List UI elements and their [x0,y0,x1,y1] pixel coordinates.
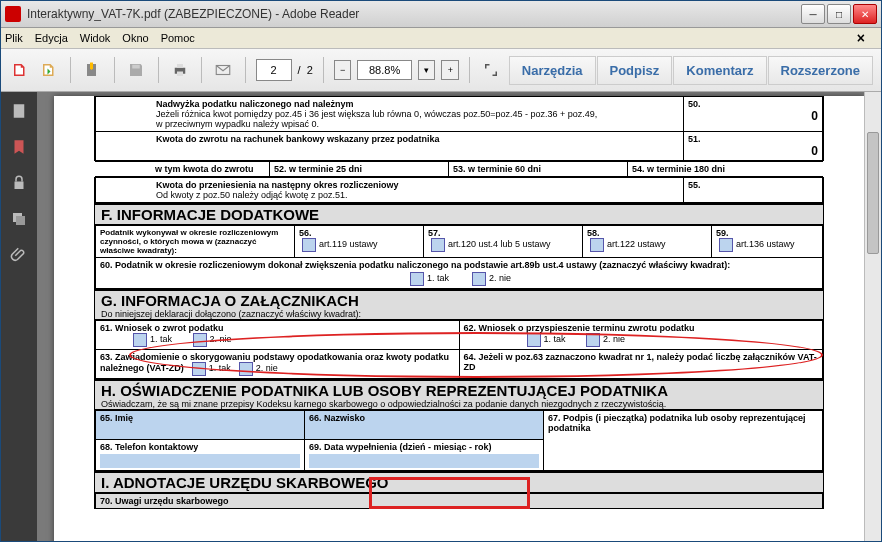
menu-view[interactable]: Widok [80,32,111,44]
e50-num: 50. [688,99,701,109]
g62-yes: 1. tak [544,334,566,344]
titlebar: Interaktywny_VAT-7K.pdf (ZABEZPIECZONE) … [1,1,881,28]
menubar: Plik Edycja Widok Okno Pomoc × [1,28,881,49]
f56-checkbox[interactable] [302,238,316,252]
f60-yes-checkbox[interactable] [410,272,424,286]
section-h-title: H. OŚWIADCZENIE PODATNIKA LUB OSOBY REPR… [94,379,824,410]
sidebar [1,92,37,541]
h67-label: 67. Podpis (i pieczątka) podatnika lub o… [548,413,806,433]
pdf-page: Nadwyżka podatku naliczonego nad należny… [54,96,864,541]
f60-yes: 1. tak [427,273,449,283]
save-icon[interactable] [125,57,148,83]
h66-label: 66. Nazwisko [309,413,365,423]
section-e-table: Nadwyżka podatku naliczonego nad należny… [94,96,824,203]
scrollbar-thumb[interactable] [867,132,879,254]
section-f-table: Podatnik wykonywał w okresie rozliczenio… [94,225,824,289]
window: Interaktywny_VAT-7K.pdf (ZABEZPIECZONE) … [0,0,882,542]
create-pdf-icon[interactable] [81,57,104,83]
menu-close-icon[interactable]: × [857,30,865,46]
e55-num: 55. [688,180,701,190]
g61-yes: 1. tak [150,334,172,344]
f59-text: art.136 ustawy [736,239,795,249]
comment-button[interactable]: Komentarz [673,56,766,85]
section-f-title: F. INFORMACJE DODATKOWE [94,203,824,225]
section-g-table: 61. Wniosek o zwrot podatku 1. tak 2. ni… [94,320,824,379]
f58-text: art.122 ustawy [607,239,666,249]
sign-button[interactable]: Podpisz [597,56,673,85]
f57-num: 57. [428,228,441,238]
f60-label: 60. Podatnik w okresie rozliczeniowym do… [100,260,730,270]
section-i-title: I. ADNOTACJE URZĘDU SKARBOWEGO [94,471,824,493]
page-current-input[interactable] [256,59,292,81]
zoom-in-button[interactable]: + [441,60,459,80]
zoom-out-button[interactable]: − [334,60,352,80]
f60-no-checkbox[interactable] [472,272,486,286]
print-icon[interactable] [168,57,191,83]
bookmarks-icon[interactable] [8,136,30,158]
close-button[interactable]: ✕ [853,4,877,24]
menu-help[interactable]: Pomoc [161,32,195,44]
f56-text: art.119 ustawy [319,239,378,249]
file-open-icon[interactable] [9,57,32,83]
section-h-sub: Oświadczam, że są mi znane przepisy Kode… [101,399,817,409]
maximize-button[interactable]: □ [827,4,851,24]
menu-file[interactable]: Plik [5,32,23,44]
e54-label: 54. w terminie 180 dni [628,162,824,177]
menu-edit[interactable]: Edycja [35,32,68,44]
section-g-title: G. INFORMACJA O ZAŁĄCZNIKACH Do niniejsz… [94,289,824,320]
h68-label: 68. Telefon kontaktowy [100,442,198,452]
f58-num: 58. [587,228,600,238]
f56-num: 56. [299,228,312,238]
toolbar: / 2 − 88.8% ▾ + Narzędzia Podpisz Koment… [1,49,881,92]
menu-window[interactable]: Okno [122,32,148,44]
minimize-button[interactable]: ─ [801,4,825,24]
attachment-icon[interactable] [8,244,30,266]
section-i-table: 70. Uwagi urzędu skarbowego [94,493,824,509]
e50-value: 0 [688,109,818,123]
f57-text: art.120 ust.4 lub 5 ustawy [448,239,551,249]
f59-checkbox[interactable] [719,238,733,252]
extend-button[interactable]: Rozszerzone [768,56,873,85]
zoom-value[interactable]: 88.8% [357,60,411,80]
e53-label: 53. w terminie 60 dni [449,162,628,177]
email-icon[interactable] [212,57,235,83]
e50-note1: Jeżeli różnica kwot pomiędzy poz.45 i 36… [156,109,597,119]
f57-checkbox[interactable] [431,238,445,252]
g63-yes: 1. tak [209,363,231,373]
e51-value: 0 [688,144,818,158]
g61-yes-checkbox[interactable] [133,333,147,347]
g62-label: 62. Wniosek o przyspieszenie terminu zwr… [464,323,695,333]
zoom-dropdown-icon[interactable]: ▾ [418,60,436,80]
tools-button[interactable]: Narzędzia [509,56,596,85]
g61-no-checkbox[interactable] [193,333,207,347]
g64-label: 64. Jeżeli w poz.63 zaznaczono kwadrat n… [459,350,823,379]
e-ktz: w tym kwota do zwrotu [95,162,270,177]
h65-label: 65. Imię [100,413,133,423]
svg-rect-1 [14,104,25,118]
g61-label: 61. Wniosek o zwrot podatku [100,323,224,333]
e50-note2: w przeciwnym wypadku należy wpisać 0. [156,119,319,129]
layers-icon[interactable] [8,208,30,230]
i70-label: 70. Uwagi urzędu skarbowego [95,494,823,509]
g62-yes-checkbox[interactable] [527,333,541,347]
g63-no-checkbox[interactable] [239,362,253,376]
f-sub: Podatnik wykonywał w okresie rozliczenio… [95,226,295,258]
export-icon[interactable] [38,57,61,83]
page-sep: / [298,64,301,76]
vertical-scrollbar[interactable] [864,92,881,541]
e55-note: Od kwoty z poz.50 należy odjąć kwotę z p… [156,190,348,200]
g63-yes-checkbox[interactable] [192,362,206,376]
section-h-table: 65. Imię 66. Nazwisko 67. Podpis (i piec… [94,410,824,471]
thumbnails-icon[interactable] [8,100,30,122]
section-g-sub: Do niniejszej deklaracji dołączono (zazn… [101,309,817,319]
document-area[interactable]: Nadwyżka podatku naliczonego nad należny… [37,92,881,541]
f58-checkbox[interactable] [590,238,604,252]
e51-label: Kwota do zwrotu na rachunek bankowy wska… [95,132,684,161]
g61-no: 2. nie [210,334,232,344]
svg-rect-2 [15,182,24,190]
g62-no-checkbox[interactable] [586,333,600,347]
lock-icon[interactable] [8,172,30,194]
fullscreen-icon[interactable] [480,57,503,83]
e51-num: 51. [688,134,701,144]
e52-label: 52. w terminie 25 dni [270,162,449,177]
